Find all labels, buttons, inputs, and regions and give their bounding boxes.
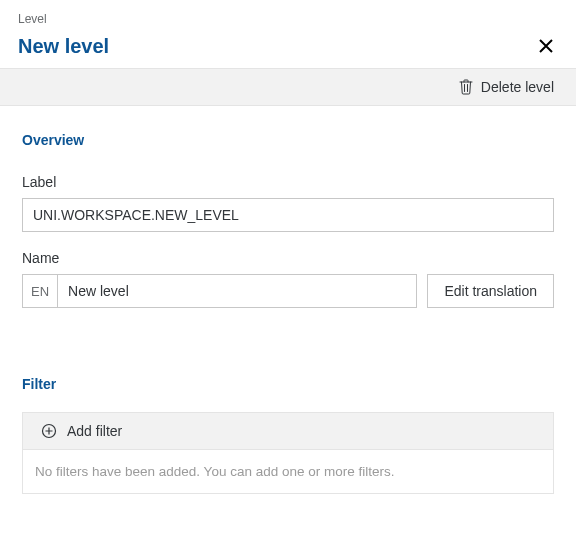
close-icon (538, 38, 554, 54)
add-filter-label: Add filter (67, 423, 122, 439)
filter-empty-message: No filters have been added. You can add … (23, 450, 553, 493)
close-button[interactable] (534, 34, 558, 58)
filter-panel: Add filter No filters have been added. Y… (22, 412, 554, 494)
page-title: New level (18, 35, 109, 58)
filter-section-title: Filter (22, 376, 554, 392)
breadcrumb-eyebrow: Level (18, 12, 558, 26)
name-input-group: EN (22, 274, 417, 308)
language-code-prefix: EN (23, 275, 58, 307)
label-input[interactable] (22, 198, 554, 232)
delete-level-button[interactable]: Delete level (459, 79, 554, 95)
name-input[interactable] (58, 275, 416, 307)
toolbar: Delete level (0, 68, 576, 106)
edit-translation-button[interactable]: Edit translation (427, 274, 554, 308)
label-field-label: Label (22, 174, 554, 190)
add-filter-button[interactable]: Add filter (23, 413, 553, 450)
plus-circle-icon (41, 423, 57, 439)
trash-icon (459, 79, 473, 95)
name-field-label: Name (22, 250, 554, 266)
delete-level-label: Delete level (481, 79, 554, 95)
overview-section-title: Overview (22, 132, 554, 148)
